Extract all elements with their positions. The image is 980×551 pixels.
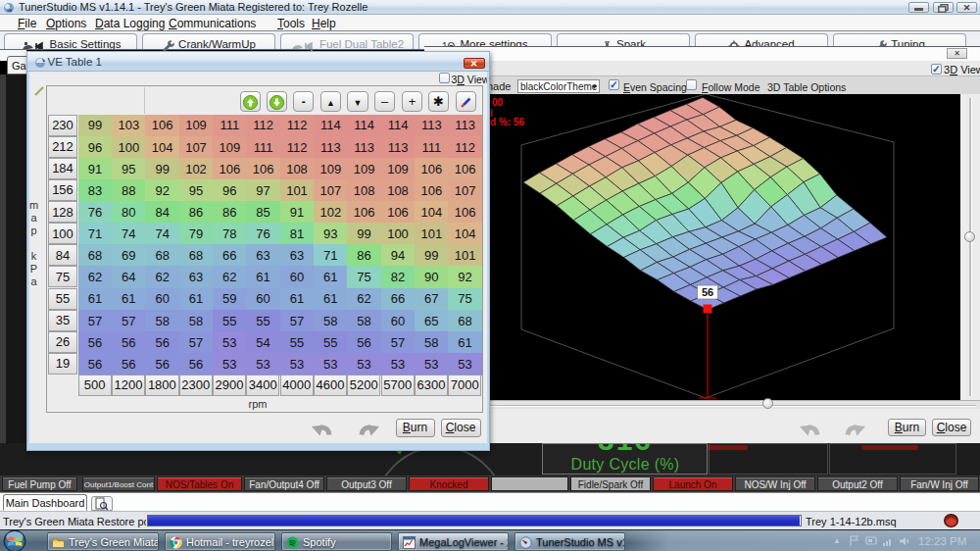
svg-text:56: 56	[702, 286, 713, 298]
